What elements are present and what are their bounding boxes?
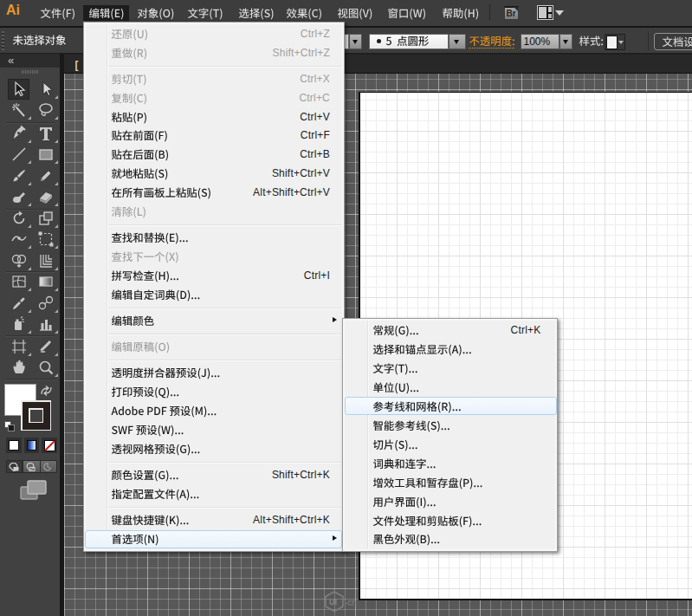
svg-text:-cn: -cn: [345, 598, 357, 607]
svg-text:UI: UI: [329, 598, 337, 606]
